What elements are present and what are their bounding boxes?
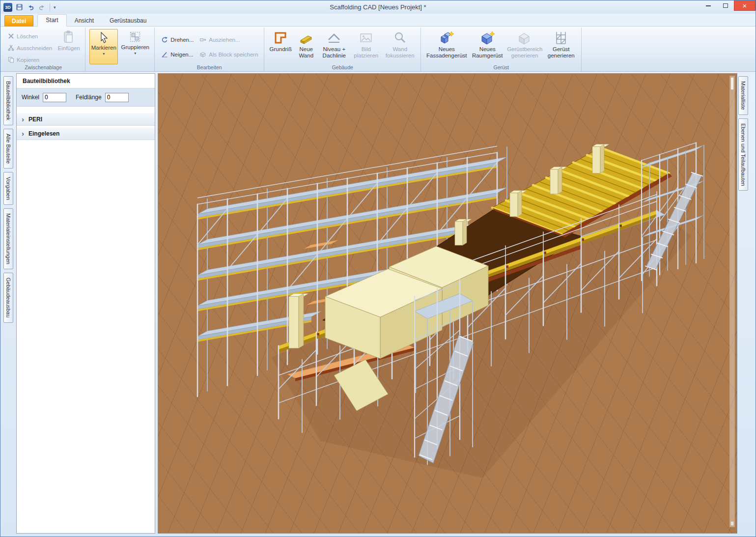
ribbon-group-zwischenablage: Löschen Ausschneiden Kopieren Einfügen Z… [1,28,85,71]
als-block-speichern-button[interactable]: Als Block speichern [197,49,260,60]
app-icon[interactable]: 3D [3,3,12,12]
floorplan-icon [273,30,288,45]
neue-wand-button[interactable]: Neue Wand [295,29,317,64]
content-area: Bauteilbibliothek Alle Bauteile Vorgaben… [0,72,756,537]
save-icon[interactable] [15,3,24,12]
gruppieren-button[interactable]: Gruppieren ▾ [120,29,150,64]
maximize-icon [723,3,728,8]
select-cursor-icon [97,31,110,44]
viewport-3d-scene [158,74,737,533]
group-icon [128,30,142,43]
tab-datei[interactable]: Datei [4,15,33,27]
sidebar-tab-vorgaben[interactable]: Vorgaben [3,172,13,205]
ribbon: Löschen Ausschneiden Kopieren Einfügen Z… [0,27,756,72]
grundriss-button[interactable]: Grundriß [268,29,293,64]
group-label-geruest: Gerüst [421,64,581,70]
feldlaenge-input[interactable] [105,93,129,102]
roofline-icon [327,30,341,45]
tilt-icon [161,51,168,58]
library-group-peri[interactable]: › PERI [17,113,155,126]
group-label-gebaeude: Gebäude [264,64,420,70]
right-tab-strip: Materialliste Ebenen und Teilaufbauten [737,73,756,534]
library-controls: Winkel Feldlänge [17,88,155,107]
window-title: Scaffolding CAD [Neues Projekt] * [0,0,756,14]
new-room-scaffold-icon [479,30,495,45]
library-group-eingelesen[interactable]: › Eingelesen [17,127,155,140]
einfuegen-button[interactable]: Einfügen [56,29,81,64]
geruestbereich-generieren-button[interactable]: Gerüstbereich generieren [506,29,543,64]
minimize-icon [706,5,711,6]
wand-fokussieren-button[interactable]: Wand fokussieren [383,29,417,64]
ribbon-group-geruest: Neues Fassadengerüst Neues Raumgerüst Ge… [421,28,582,71]
chevron-right-icon: › [22,115,24,123]
neues-fassadengeruest-button[interactable]: Neues Fassadengerüst [425,29,468,64]
right-tab-materialliste[interactable]: Materialliste [738,76,748,115]
delete-icon [8,33,14,39]
group-label-zwischenablage: Zwischenablage [1,64,85,70]
sidebar-tab-materialeinstellungen[interactable]: Materialeinstellungen [3,208,13,269]
quick-access-toolbar: 3D ▾ [3,3,56,12]
close-button[interactable]: × [734,0,756,11]
new-wall-icon [299,30,313,45]
niveau-dachlinie-button[interactable]: Niveau + Dachlinie [319,29,349,64]
qat-customize-icon[interactable]: ▾ [54,5,56,10]
ribbon-tab-bar: Datei Start Ansicht Gerüstausbau [0,14,756,27]
scaffold-area-icon [517,30,532,45]
viewport-3d[interactable] [158,73,737,534]
feldlaenge-label: Feldlänge [76,94,102,101]
viewport-scrollbar-thumb[interactable] [730,77,734,90]
maximize-button[interactable] [717,0,734,11]
extend-icon [199,36,206,43]
ribbon-group-auswahl: Markieren ▾ Gruppieren ▾ [85,28,155,71]
winkel-input[interactable] [43,93,66,102]
ausziehen-button[interactable]: Ausziehen... [197,34,260,45]
chevron-right-icon: › [22,130,24,137]
right-tab-ebenen-teilaufbauten[interactable]: Ebenen und Teilaufbauten [738,118,748,191]
ribbon-group-gebaeude: Grundriß Neue Wand Niveau + Dachlinie Bi… [264,28,421,71]
sidebar-tab-alle-bauteile[interactable]: Alle Bauteile [3,129,13,169]
markieren-button[interactable]: Markieren ▾ [89,29,118,64]
ausschneiden-button[interactable]: Ausschneiden [5,42,55,54]
paste-icon [62,30,75,44]
undo-icon[interactable] [26,3,35,12]
scissors-icon [8,45,14,51]
panel-title: Bauteilbibliothek [17,74,155,88]
new-facade-scaffold-icon [439,30,454,45]
bauteilbibliothek-panel: Bauteilbibliothek Winkel Feldlänge › PER… [16,73,155,534]
neigen-button[interactable]: Neigen... [159,49,196,60]
titlebar: 3D ▾ Scaffolding CAD [Neues Projekt] * × [0,0,756,14]
close-icon: × [743,1,747,10]
image-icon [359,30,373,45]
tab-ansicht[interactable]: Ansicht [67,15,102,27]
tab-start[interactable]: Start [37,14,66,27]
loeschen-button[interactable]: Löschen [5,30,55,42]
tab-geruestausbau[interactable]: Gerüstausbau [102,15,154,27]
neues-raumgeruest-button[interactable]: Neues Raumgerüst [470,29,504,64]
viewport-scrollbar[interactable] [729,76,735,527]
drehen-button[interactable]: Drehen... [159,34,196,45]
geruest-generieren-button[interactable]: Gerüst generieren [545,29,577,64]
sidebar-tab-bauteilbibliothek[interactable]: Bauteilbibliothek [3,76,13,125]
gruppieren-dropdown-icon[interactable]: ▾ [134,52,136,56]
bild-platzieren-button[interactable]: Bild platzieren [351,29,381,64]
qat-separator [50,3,50,11]
focus-wall-icon [392,30,407,45]
ribbon-group-bearbeiten: Drehen... Neigen... Ausziehen... Als Blo… [155,28,264,71]
winkel-label: Winkel [22,94,39,101]
kopieren-button[interactable]: Kopieren [5,54,55,65]
generate-scaffold-icon [553,30,569,45]
redo-icon[interactable] [37,3,46,12]
left-tab-strip: Bauteilbibliothek Alle Bauteile Vorgaben… [0,73,16,534]
group-label-bearbeiten: Bearbeiten [155,64,264,70]
sidebar-tab-gebaeudeausbau[interactable]: Gebäudeausbau [3,273,13,322]
block-icon [199,51,206,58]
app-window: 3D ▾ Scaffolding CAD [Neues Projekt] * ×… [0,0,756,537]
rotate-icon [161,36,168,43]
minimize-button[interactable] [700,0,717,11]
viewport-scrollbar-end[interactable] [730,521,734,526]
markieren-dropdown-icon[interactable]: ▾ [103,52,105,56]
window-controls: × [700,0,756,14]
copy-icon [8,57,14,63]
